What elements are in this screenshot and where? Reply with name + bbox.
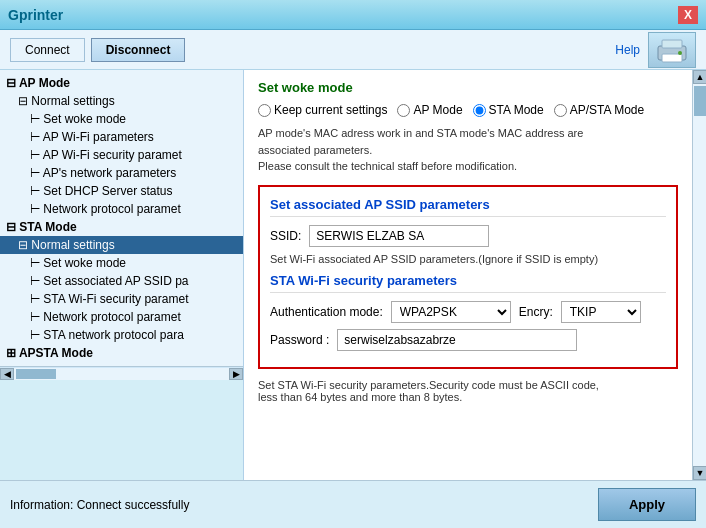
sidebar-item-sta-normal-settings[interactable]: ⊟ Normal settings (0, 236, 243, 254)
app-title: Gprinter (8, 7, 63, 23)
sidebar: ⊟ AP Mode⊟ Normal settings⊢ Set woke mod… (0, 70, 244, 366)
ssid-section-title: Set associated AP SSID parameters (270, 197, 666, 217)
radio-sta[interactable]: STA Mode (473, 103, 544, 117)
content-area: Set woke mode Keep current settings AP M… (244, 70, 692, 480)
password-label: Password : (270, 333, 329, 347)
ssid-input[interactable] (309, 225, 489, 247)
woke-note: AP mode's MAC adress work in and STA mod… (258, 125, 678, 175)
svg-point-3 (678, 51, 682, 55)
radio-ap[interactable]: AP Mode (397, 103, 462, 117)
password-form-row: Password : (270, 329, 666, 351)
apply-button[interactable]: Apply (598, 488, 696, 521)
hscroll-right[interactable]: ▶ (229, 368, 243, 380)
hscroll-thumb (16, 369, 56, 379)
sidebar-hscroll[interactable]: ◀ ▶ (0, 366, 243, 380)
printer-icon (648, 32, 696, 68)
title-bar: Gprinter X (0, 0, 706, 30)
disconnect-button[interactable]: Disconnect (91, 38, 186, 62)
radio-ap-input[interactable] (397, 104, 410, 117)
ssid-form-row: SSID: (270, 225, 666, 247)
sidebar-item-ap-net-protocol[interactable]: ⊢ Network protocol paramet (0, 200, 243, 218)
sidebar-item-ap-set-woke-mode[interactable]: ⊢ Set woke mode (0, 110, 243, 128)
auth-form-row: Authentication mode: WPA2PSK WPA PSK Ope… (270, 301, 666, 323)
toolbar-left: Connect Disconnect (10, 38, 185, 62)
sidebar-item-sta-set-woke-mode[interactable]: ⊢ Set woke mode (0, 254, 243, 272)
sidebar-item-sta-network-protocol[interactable]: ⊢ STA network protocol para (0, 326, 243, 344)
radio-apsta-input[interactable] (554, 104, 567, 117)
scroll-thumb[interactable] (694, 86, 706, 116)
sidebar-item-ap-mode[interactable]: ⊟ AP Mode (0, 74, 243, 92)
sidebar-item-ap-network-params[interactable]: ⊢ AP's network parameters (0, 164, 243, 182)
sidebar-item-ap-dhcp[interactable]: ⊢ Set DHCP Server status (0, 182, 243, 200)
svg-rect-1 (662, 40, 682, 48)
ssid-label: SSID: (270, 229, 301, 243)
main-area: ⊟ AP Mode⊟ Normal settings⊢ Set woke mod… (0, 70, 706, 480)
radio-group-woke: Keep current settings AP Mode STA Mode A… (258, 103, 678, 117)
connect-button[interactable]: Connect (10, 38, 85, 62)
hscroll-track (14, 368, 229, 380)
radio-keep[interactable]: Keep current settings (258, 103, 387, 117)
status-bar: Information: Connect successfully Apply (0, 480, 706, 528)
security-section-title: STA Wi-Fi security parameters (270, 273, 666, 293)
status-text: Information: Connect successfully (10, 498, 189, 512)
encry-select[interactable]: TKIP AES NONE (561, 301, 641, 323)
sidebar-container: ⊟ AP Mode⊟ Normal settings⊢ Set woke mod… (0, 70, 244, 480)
scroll-down-btn[interactable]: ▼ (693, 466, 706, 480)
scroll-track (693, 84, 706, 466)
close-button[interactable]: X (678, 6, 698, 24)
sidebar-item-sta-associated-ap[interactable]: ⊢ Set associated AP SSID pa (0, 272, 243, 290)
section1-title: Set woke mode (258, 80, 678, 95)
red-section: Set associated AP SSID parameters SSID: … (258, 185, 678, 369)
password-input[interactable] (337, 329, 577, 351)
scroll-up-btn[interactable]: ▲ (693, 70, 706, 84)
radio-apsta[interactable]: AP/STA Mode (554, 103, 644, 117)
sidebar-item-ap-wifi-params[interactable]: ⊢ AP Wi-Fi parameters (0, 128, 243, 146)
sidebar-item-sta-mode[interactable]: ⊟ STA Mode (0, 218, 243, 236)
sidebar-item-sta-net-protocol[interactable]: ⊢ Network protocol paramet (0, 308, 243, 326)
sidebar-item-sta-wifi-security[interactable]: ⊢ STA Wi-Fi security paramet (0, 290, 243, 308)
sidebar-item-apsta-mode[interactable]: ⊞ APSTA Mode (0, 344, 243, 362)
radio-sta-input[interactable] (473, 104, 486, 117)
ssid-note: Set Wi-Fi associated AP SSID parameters.… (270, 253, 666, 265)
toolbar-right: Help (615, 32, 696, 68)
hscroll-left[interactable]: ◀ (0, 368, 14, 380)
vertical-scrollbar[interactable]: ▲ ▼ (692, 70, 706, 480)
sidebar-item-ap-wifi-security[interactable]: ⊢ AP Wi-Fi security paramet (0, 146, 243, 164)
radio-keep-input[interactable] (258, 104, 271, 117)
svg-rect-2 (662, 54, 682, 62)
help-link[interactable]: Help (615, 43, 640, 57)
auth-select[interactable]: WPA2PSK WPA PSK Open SHARED (391, 301, 511, 323)
sidebar-item-ap-normal-settings[interactable]: ⊟ Normal settings (0, 92, 243, 110)
auth-label: Authentication mode: (270, 305, 383, 319)
encry-label: Encry: (519, 305, 553, 319)
security-note: Set STA Wi-Fi security parameters.Securi… (258, 379, 678, 403)
toolbar: Connect Disconnect Help (0, 30, 706, 70)
